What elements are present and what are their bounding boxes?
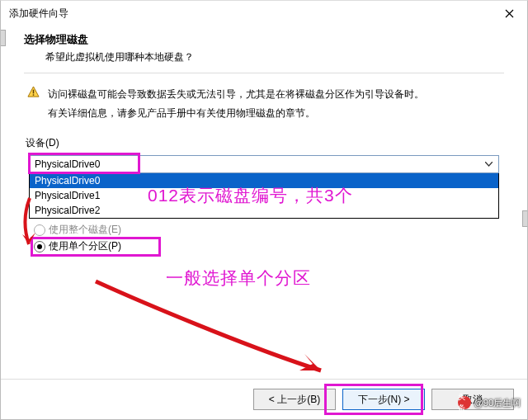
radio-single-partition[interactable]: 使用单个分区(P) (34, 238, 499, 255)
radio-icon (34, 241, 45, 252)
radio-entire-label: 使用整个磁盘(E) (49, 223, 121, 237)
warning-icon (27, 86, 40, 98)
watermark-icon: 头条 (458, 396, 471, 409)
right-edge-handle (522, 210, 528, 227)
annotation-arrow-to-next (92, 273, 347, 385)
device-label: 设备(D) (26, 136, 504, 150)
close-icon (505, 9, 514, 18)
svg-rect-0 (33, 90, 35, 94)
device-combobox[interactable]: PhysicalDrive0 (29, 155, 499, 173)
titlebar: 添加硬件向导 (1, 1, 527, 26)
chevron-down-icon (482, 158, 495, 171)
radio-single-label: 使用单个分区(P) (49, 239, 121, 253)
radio-entire-disk[interactable]: 使用整个磁盘(E) (34, 222, 499, 238)
next-button-label: 下一步(N) > (358, 393, 410, 407)
back-button[interactable]: < 上一步(B) (253, 389, 336, 410)
watermark: 头条 @90后生啊 (458, 396, 521, 409)
window-title: 添加硬件向导 (9, 7, 68, 21)
annotation-radio-note: 一般选择单个分区 (166, 267, 311, 290)
warning-line-1: 访问裸磁盘可能会导致数据丢失或无法引导，尤其是在将裸磁盘分区作为引导设备时。 (48, 85, 424, 104)
svg-rect-1 (33, 94, 35, 96)
wizard-body: 选择物理磁盘 希望此虚拟机使用哪种本地硬盘？ 访问裸磁盘可能会导致数据丢失或无法… (1, 26, 527, 255)
annotation-combo-note: 012表示磁盘编号，共3个 (148, 184, 353, 207)
next-button[interactable]: 下一步(N) > (342, 389, 425, 410)
wizard-footer: < 上一步(B) 下一步(N) > 取消 (1, 379, 527, 419)
close-button[interactable] (491, 1, 527, 26)
watermark-author: @90后生啊 (474, 397, 521, 409)
left-edge-handle (0, 30, 6, 46)
divider (24, 73, 504, 73)
back-button-label: < 上一步(B) (269, 393, 320, 407)
page-heading: 选择物理磁盘 (24, 32, 504, 47)
warning-line-2: 有关详细信息，请参见产品手册中有关使用物理磁盘的章节。 (48, 104, 424, 123)
warning-text: 访问裸磁盘可能会导致数据丢失或无法引导，尤其是在将裸磁盘分区作为引导设备时。 有… (48, 85, 424, 123)
usage-radio-group: 使用整个磁盘(E) 使用单个分区(P) (34, 222, 499, 255)
warning-row: 访问裸磁盘可能会导致数据丢失或无法引导，尤其是在将裸磁盘分区作为引导设备时。 有… (24, 85, 504, 123)
page-subheading: 希望此虚拟机使用哪种本地硬盘？ (45, 50, 504, 64)
wizard-window: 添加硬件向导 选择物理磁盘 希望此虚拟机使用哪种本地硬盘？ 访问裸磁盘可能会导致… (0, 0, 528, 420)
device-selected-value: PhysicalDrive0 (35, 158, 100, 170)
radio-icon (34, 224, 45, 236)
